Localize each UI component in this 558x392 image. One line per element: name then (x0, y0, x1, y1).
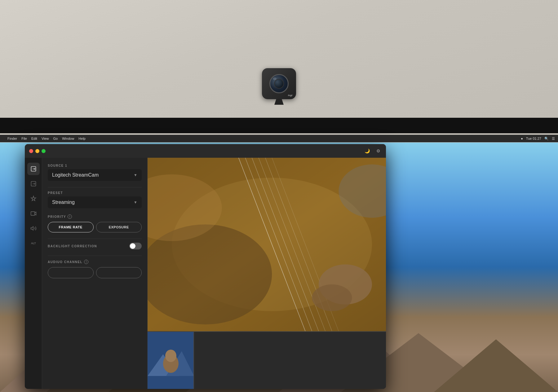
preset-label: PRESET (48, 191, 142, 195)
file-menu[interactable]: File (21, 137, 27, 140)
pip-strip-rest (194, 332, 386, 389)
view-menu[interactable]: View (42, 137, 49, 140)
settings-icon[interactable]: ⚙ (375, 148, 382, 154)
pip-thumbnail (148, 331, 386, 389)
source-dropdown-arrow: ▼ (134, 173, 137, 177)
title-bar: 🌙 ⚙ (25, 144, 386, 158)
pip-person-svg (148, 332, 194, 389)
sidebar-narrow: ALT (25, 158, 42, 389)
finder-menu[interactable]: Finder (7, 137, 17, 140)
webcam-body: logi (262, 68, 296, 99)
dark-mode-icon[interactable]: 🌙 (364, 148, 370, 154)
app-window: 🌙 ⚙ (25, 144, 386, 389)
window-menu[interactable]: Window (62, 137, 74, 140)
menubar-time: Tue 01:27 (526, 137, 541, 140)
separator-2 (48, 239, 142, 239)
macos-menubar: Finder File Edit View Go Window Help ● T… (0, 135, 558, 142)
fullscreen-button[interactable] (42, 149, 46, 153)
webcam-lens-inner (274, 79, 284, 89)
audio-channel-btn-1[interactable] (48, 267, 94, 278)
traffic-lights (29, 149, 46, 153)
webcam-logo: logi (288, 94, 292, 97)
sidebar-item-source-2[interactable] (27, 178, 40, 190)
backlight-correction-row: BACKLIGHT CORRECTION (48, 243, 142, 249)
sidebar-item-audio[interactable] (27, 222, 40, 235)
exposure-button[interactable]: EXPOSURE (96, 222, 142, 232)
backlight-toggle[interactable] (129, 243, 142, 249)
sidebar-item-effects[interactable] (27, 192, 40, 205)
app-body: ALT SOURCE 1 Logitech StreamCam ▼ PRESET… (25, 158, 386, 389)
svg-point-29 (165, 350, 176, 362)
menubar-right: ● Tue 01:27 🔍 ☰ (521, 137, 555, 141)
svg-marker-10 (31, 227, 33, 230)
priority-label: PRIORITY (48, 215, 66, 218)
preset-dropdown-arrow: ▼ (134, 200, 137, 205)
preview-area (148, 158, 386, 389)
priority-info-icon: i (68, 214, 72, 219)
webcam-lens-highlight (273, 77, 277, 80)
priority-section: PRIORITY i FRAME RATE EXPOSURE (48, 214, 142, 232)
webcam-mount (274, 99, 284, 105)
go-menu[interactable]: Go (53, 137, 58, 140)
audio-channel-section: AUDIUO CHANNEL i (48, 260, 142, 278)
separator-3 (48, 256, 142, 256)
monitor-bezel (0, 118, 558, 133)
svg-rect-9 (31, 212, 35, 215)
preset-dropdown[interactable]: Streaming ▼ (48, 196, 142, 208)
alt-label: ALT (31, 242, 36, 245)
priority-buttons: FRAME RATE EXPOSURE (48, 222, 142, 232)
backlight-label: BACKLIGHT CORRECTION (48, 244, 97, 248)
guitar-preview (148, 158, 386, 331)
minimize-button[interactable] (35, 149, 39, 153)
source-label: SOURCE 1 (48, 164, 142, 167)
audio-channel-label: AUDIUO CHANNEL (48, 260, 82, 264)
menubar-list-icon[interactable]: ☰ (552, 137, 555, 141)
source-section: SOURCE 1 Logitech StreamCam ▼ (48, 164, 142, 181)
preset-section: PRESET Streaming ▼ (48, 191, 142, 208)
svg-point-22 (312, 284, 352, 311)
source-dropdown[interactable]: Logitech StreamCam ▼ (48, 169, 142, 181)
pip-video (148, 332, 194, 389)
webcam: logi (262, 68, 296, 105)
frame-rate-button[interactable]: FRAME RATE (48, 222, 94, 232)
source-dropdown-value: Logitech StreamCam (52, 172, 99, 178)
title-bar-controls: 🌙 ⚙ (364, 148, 382, 154)
menubar-search-icon[interactable]: 🔍 (544, 137, 549, 141)
audio-channel-info-icon: i (84, 260, 88, 264)
control-panel: SOURCE 1 Logitech StreamCam ▼ PRESET Str… (42, 158, 148, 389)
preset-dropdown-value: Streaming (52, 200, 75, 205)
menubar-icon-1: ● (521, 137, 523, 140)
audio-channel-buttons (48, 267, 142, 278)
separator-1 (48, 187, 142, 187)
sidebar-item-source-1[interactable] (27, 163, 40, 175)
backlight-toggle-thumb (130, 243, 135, 249)
close-button[interactable] (29, 149, 33, 153)
audio-channel-btn-2[interactable] (96, 267, 142, 278)
sidebar-item-alt[interactable]: ALT (27, 237, 40, 249)
guitar-svg (148, 158, 386, 331)
webcam-lens (269, 74, 289, 93)
sidebar-item-video[interactable] (27, 207, 40, 220)
help-menu[interactable]: Help (78, 137, 86, 140)
edit-menu[interactable]: Edit (31, 137, 37, 140)
